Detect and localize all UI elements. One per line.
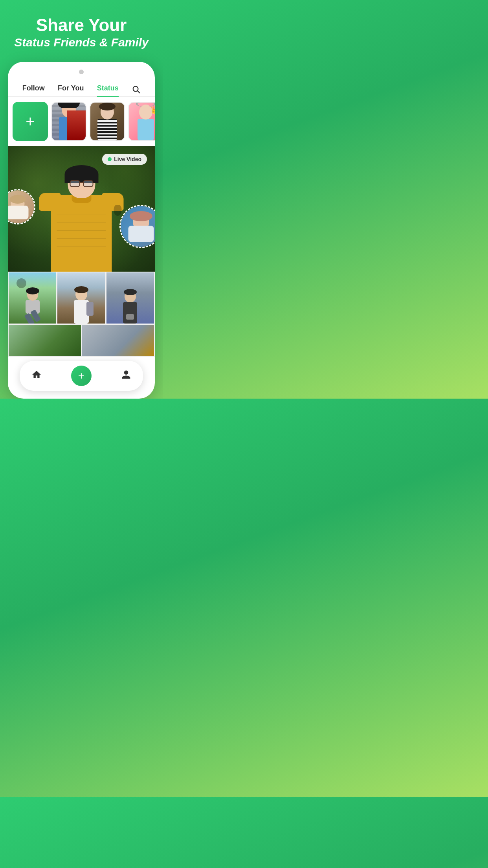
header-title-line1: Share Your <box>8 16 155 35</box>
grid-item-1[interactable] <box>9 272 56 324</box>
tab-for-you[interactable]: For You <box>58 84 84 96</box>
profile-icon <box>121 370 131 380</box>
plus-icon: + <box>78 370 84 381</box>
grid-item-4[interactable] <box>9 325 81 356</box>
feed-container: Live Video <box>8 146 155 391</box>
stories-row: + <box>8 97 155 146</box>
story-item-2[interactable] <box>90 102 125 141</box>
search-icon[interactable] <box>132 85 140 96</box>
app-header: Share Your Status Friends & Family <box>0 0 163 58</box>
grid-row-1 <box>9 272 154 324</box>
add-story-button[interactable]: + <box>13 102 48 141</box>
create-post-button[interactable]: + <box>71 366 92 386</box>
bottom-nav: + <box>20 361 143 391</box>
grid-item-3[interactable] <box>106 272 154 324</box>
tab-status[interactable]: Status <box>97 84 119 97</box>
header-title-line2: Status Friends & Family <box>8 35 155 50</box>
grid-item-2[interactable] <box>57 272 105 324</box>
story-item-1[interactable] <box>51 102 86 141</box>
grid-row-2 <box>9 325 154 356</box>
grid-item-5[interactable] <box>82 325 154 356</box>
home-nav-button[interactable] <box>31 370 42 382</box>
profile-nav-button[interactable] <box>121 370 131 382</box>
home-icon <box>31 370 42 380</box>
tab-follow[interactable]: Follow <box>22 84 45 96</box>
photo-grid <box>8 272 155 357</box>
main-featured-post[interactable]: Live Video <box>8 146 155 272</box>
tab-bar: Follow For You Status <box>8 80 155 97</box>
svg-line-1 <box>138 91 139 93</box>
featured-person <box>51 168 112 272</box>
add-story-icon: + <box>26 114 35 129</box>
live-dot <box>108 157 112 161</box>
phone-mockup: Follow For You Status + <box>8 62 155 399</box>
live-video-badge: Live Video <box>102 154 147 165</box>
phone-notch <box>79 70 84 74</box>
story-item-3[interactable]: 👑 <box>128 102 155 141</box>
live-badge-text: Live Video <box>114 156 141 162</box>
